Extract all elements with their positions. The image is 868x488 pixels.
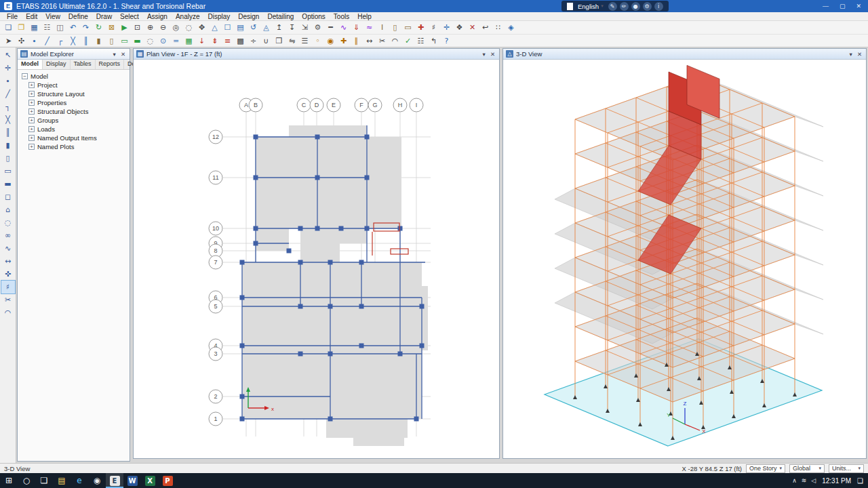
draw-null-area-icon[interactable]: ◌ bbox=[1, 216, 15, 229]
taskbar-search[interactable]: ○ bbox=[18, 473, 35, 488]
move-down-story-icon[interactable]: ↧ bbox=[285, 22, 298, 33]
slab-sections-icon[interactable]: ▭ bbox=[401, 22, 414, 33]
tree-expand-icon[interactable]: + bbox=[28, 144, 35, 150]
taskbar-powerpoint[interactable]: P bbox=[159, 473, 176, 488]
menu-edit[interactable]: Edit bbox=[22, 13, 41, 20]
highlighter-icon[interactable]: ✏ bbox=[620, 2, 629, 11]
assign-area-load-icon[interactable]: ≡ bbox=[221, 35, 234, 46]
draw-floor-icon[interactable]: ▭ bbox=[118, 35, 131, 46]
quick-draw-braces-icon[interactable]: ╳ bbox=[66, 35, 79, 46]
tree-item-groups[interactable]: +Groups bbox=[19, 116, 128, 125]
volume-icon[interactable]: ◁ bbox=[811, 477, 816, 484]
taskbar-etabs[interactable]: E bbox=[106, 473, 123, 488]
taskbar-clock[interactable]: 12:31 PM bbox=[822, 477, 851, 485]
show-joints-icon[interactable]: ∷ bbox=[492, 22, 505, 33]
perspective-toggle-icon[interactable]: ◬ bbox=[260, 22, 273, 33]
story-mode-select[interactable]: One Story ▾ bbox=[746, 464, 785, 473]
open-file-icon[interactable]: ❐ bbox=[15, 22, 28, 33]
draw-floor-icon[interactable]: ▭ bbox=[1, 165, 15, 178]
menu-file[interactable]: File bbox=[3, 13, 22, 20]
tree-expand-icon[interactable]: + bbox=[28, 100, 35, 106]
tree-item-loads[interactable]: +Loads bbox=[19, 125, 128, 134]
zoom-previous-icon[interactable]: ◌ bbox=[182, 22, 195, 33]
tree-root-model[interactable]: −Model bbox=[19, 72, 128, 81]
tab-display[interactable]: Display bbox=[43, 60, 71, 69]
panel-collapse-button[interactable]: ▾ bbox=[113, 51, 116, 58]
tab-model[interactable]: Model bbox=[18, 60, 43, 69]
menu-tools[interactable]: Tools bbox=[330, 13, 353, 20]
show-deformed-icon[interactable]: ∿ bbox=[337, 22, 350, 33]
tree-item-named-plots[interactable]: +Named Plots bbox=[19, 142, 128, 151]
redo-icon[interactable]: ↷ bbox=[79, 22, 92, 33]
snap-options-icon[interactable]: ✛ bbox=[440, 22, 453, 33]
view3d-close-button[interactable]: ✕ bbox=[857, 51, 862, 58]
align-icon[interactable]: ☰ bbox=[298, 35, 311, 46]
quick-draw-wall-icon[interactable]: ▯ bbox=[1, 152, 15, 165]
grid-options-icon[interactable]: ♯ bbox=[427, 22, 440, 33]
select-all-icon[interactable]: ❖ bbox=[453, 22, 466, 33]
draw-frame-icon[interactable]: ╱ bbox=[1, 87, 15, 100]
tree-collapse-icon[interactable]: − bbox=[22, 73, 28, 79]
tray-expand-icon[interactable]: ∧ bbox=[792, 477, 797, 484]
new-model-icon[interactable]: ❏ bbox=[2, 22, 15, 33]
draw-null-area-icon[interactable]: ◌ bbox=[144, 35, 157, 46]
draw-reference-point-icon[interactable]: ✜ bbox=[1, 268, 15, 281]
menu-display[interactable]: Display bbox=[204, 13, 235, 20]
quick-draw-braces-icon[interactable]: ╳ bbox=[1, 113, 15, 126]
assign-joint-icon[interactable]: ⊙ bbox=[157, 35, 170, 46]
tree-expand-icon[interactable]: + bbox=[28, 91, 35, 97]
plan-canvas[interactable]: ABCDEFGHI121110987654321x bbox=[134, 60, 499, 458]
draw-tendon-icon[interactable]: ∿ bbox=[1, 242, 15, 255]
view-plan-icon[interactable]: ☐ bbox=[221, 22, 234, 33]
mic-icon[interactable]: ● bbox=[631, 2, 640, 11]
quick-draw-floor-icon[interactable]: ▬ bbox=[131, 35, 144, 46]
tree-expand-icon[interactable]: + bbox=[28, 82, 35, 88]
draw-joint-icon[interactable]: ∙ bbox=[1, 75, 15, 87]
quick-draw-wall-icon[interactable]: ▯ bbox=[105, 35, 118, 46]
zoom-out-icon[interactable]: ⊖ bbox=[157, 22, 170, 33]
dimension-line-icon[interactable]: ↔ bbox=[363, 35, 376, 46]
menu-define[interactable]: Define bbox=[64, 13, 92, 20]
draw-grid-icon[interactable]: ♯ bbox=[1, 281, 15, 293]
taskbar-edge[interactable]: e bbox=[71, 473, 88, 488]
section-designer-icon[interactable]: ✚ bbox=[414, 22, 427, 33]
menu-draw[interactable]: Draw bbox=[92, 13, 116, 20]
show-mode-shape-icon[interactable]: ≈ bbox=[363, 22, 376, 33]
mesh-areas-icon[interactable]: ▩ bbox=[234, 35, 247, 46]
highlight-selection-icon[interactable]: ◈ bbox=[505, 22, 517, 33]
tree-expand-icon[interactable]: + bbox=[28, 117, 35, 123]
draw-frame-icon[interactable]: ╱ bbox=[41, 35, 54, 46]
quick-draw-secondary-beams-icon[interactable]: ║ bbox=[79, 35, 92, 46]
units-select[interactable]: Units... ▾ bbox=[829, 464, 864, 473]
zoom-in-icon[interactable]: ⊕ bbox=[144, 22, 157, 33]
plan-collapse-button[interactable]: ▾ bbox=[483, 51, 486, 58]
zoom-full-icon[interactable]: ◎ bbox=[170, 22, 182, 33]
view-3d-canvas[interactable]: ZXY bbox=[503, 60, 866, 458]
menu-select[interactable]: Select bbox=[116, 13, 143, 20]
taskbar-task-view[interactable]: ❏ bbox=[35, 473, 53, 488]
pointer-select-icon[interactable]: ➤ bbox=[2, 35, 15, 46]
draw-rect-floor-icon[interactable]: ◻ bbox=[1, 190, 15, 203]
mirror-icon[interactable]: ⇋ bbox=[285, 35, 298, 46]
info-icon[interactable]: i bbox=[654, 2, 663, 11]
snap-to-intersections-icon[interactable]: ✚ bbox=[337, 35, 350, 46]
settings-icon[interactable]: ⚙ bbox=[643, 2, 652, 11]
show-input-tables-icon[interactable]: ☷ bbox=[414, 35, 427, 46]
menu-detailing[interactable]: Detailing bbox=[263, 13, 298, 20]
view-3d-icon[interactable]: △ bbox=[208, 22, 221, 33]
draw-wall-icon[interactable]: ▮ bbox=[1, 139, 15, 152]
tree-item-properties[interactable]: +Properties bbox=[19, 98, 128, 107]
maximize-button[interactable]: ▢ bbox=[840, 3, 846, 9]
assign-joint-load-icon[interactable]: ↓ bbox=[195, 35, 208, 46]
print-icon[interactable]: ☷ bbox=[41, 22, 54, 33]
rubber-band-zoom-icon[interactable]: ⊡ bbox=[131, 22, 144, 33]
coordinate-system-select[interactable]: Global ▾ bbox=[789, 464, 825, 473]
previous-selection-icon[interactable]: ↩ bbox=[479, 22, 492, 33]
panel-close-button[interactable]: ✕ bbox=[121, 51, 125, 58]
pen-icon[interactable]: ✎ bbox=[608, 2, 617, 11]
draw-link-icon[interactable]: ∞ bbox=[1, 229, 15, 242]
export-icon[interactable]: ↰ bbox=[427, 35, 440, 46]
tab-tables[interactable]: Tables bbox=[71, 60, 96, 69]
taskbar-excel[interactable]: X bbox=[141, 473, 159, 488]
frame-sections-icon[interactable]: I bbox=[376, 22, 389, 33]
